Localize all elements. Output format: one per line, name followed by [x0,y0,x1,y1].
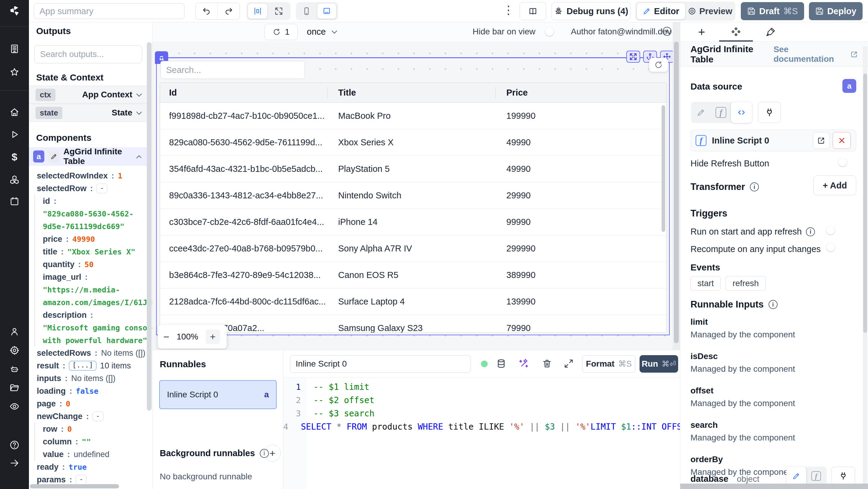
info-icon[interactable]: i [806,227,815,236]
table-search-input[interactable] [160,61,305,79]
debug-runs-button[interactable]: Debug runs (4) [552,2,630,20]
table-vertical-scrollbar[interactable] [661,105,665,232]
template-mode-button[interactable]: f [711,102,731,123]
event-chip[interactable]: start [690,276,721,291]
outputs-vertical-scrollbar[interactable] [147,42,152,410]
output-tree-row[interactable]: loading : false [29,385,148,397]
table-row[interactable]: c303bce7-cb2e-42c6-8fdf-6aa01fc4e4... iP… [160,209,666,236]
schedules-icon[interactable] [9,196,20,207]
table-row[interactable]: 4c83-8022-5e70a07a2... Samsung Galaxy S2… [160,315,666,333]
column-header-id[interactable]: Id [160,87,327,99]
redo-button[interactable] [218,3,240,19]
connect-mode-button[interactable] [758,102,781,123]
collapse-rail-icon[interactable] [9,458,20,468]
fullwidth-layout-button[interactable] [269,4,288,19]
draft-button[interactable]: Draft ⌘S [741,2,804,20]
output-tree-row[interactable]: title : "Xbox Series X" [34,245,148,258]
windmill-logo-icon[interactable] [8,5,21,17]
run-button[interactable]: Run ⌘⏎ [640,355,678,373]
static-mode-button[interactable] [691,102,711,123]
refresh-count-button[interactable]: 1 [265,24,298,40]
centered-layout-button[interactable] [248,4,267,19]
variables-icon[interactable]: $ [12,151,18,163]
add-transformer-button[interactable]: + Add [813,176,856,195]
workers-icon[interactable] [9,364,20,374]
output-tree-row[interactable]: quantity : 50 [34,258,148,271]
table-row[interactable]: f991898d-cb27-4ac7-b10c-0b9050ce1... Mac… [160,103,666,129]
chevron-up-icon[interactable] [136,155,141,160]
deploy-button[interactable]: Deploy [809,2,863,20]
output-tree-row[interactable]: id : [34,195,148,207]
output-tree-row[interactable]: inputs : No items ([]) [29,372,148,385]
runnable-item-inline-script-0[interactable]: Inline Script 0 a [159,380,277,409]
column-header-title[interactable]: Title [327,87,495,99]
info-icon[interactable]: i [662,27,672,36]
javascript-mode-button[interactable] [731,102,752,123]
zoom-in-button[interactable]: + [206,330,220,344]
settings-horizontal-scrollbar[interactable] [680,484,868,489]
table-row[interactable]: ccee43dc-27e0-40a8-b768-b09579b0... Sony… [160,236,666,262]
folders-icon[interactable] [9,383,20,393]
expand-toggle-box[interactable]: - [93,411,103,421]
expand-toggle-box[interactable]: [...] [69,361,96,370]
output-tree-row[interactable]: : 9d5e-7611199dc669" [34,220,148,233]
tab-preview[interactable]: Preview [686,3,734,19]
output-tree-row[interactable]: newChange : - [29,410,148,423]
audit-logs-icon[interactable] [9,401,20,411]
schedule-select[interactable]: once [307,27,336,37]
docs-button[interactable] [520,2,546,20]
delete-script-icon[interactable] [542,359,552,369]
search-outputs-input[interactable] [34,45,142,63]
output-tree-row[interactable]: : "https://m.media- [34,283,148,296]
output-tree-row[interactable]: : with powerful hardware" [34,334,148,347]
styling-tab[interactable] [764,25,778,39]
output-tree-row[interactable]: selectedRow : - [29,182,148,195]
database-static-button[interactable] [786,467,806,485]
table-row[interactable]: 89c0a336-1343-4812-ac34-e4bb8e27... Nint… [160,182,666,209]
expand-editor-icon[interactable] [564,359,574,369]
code-lines[interactable]: 1 -- $1 limit 2 -- $2 offset 3 -- $3 sea… [283,380,680,433]
info-icon[interactable]: i [769,300,778,309]
app-summary-input[interactable] [34,3,184,19]
app-canvas[interactable]: a Id Title Price f991898d-cb27-4ac7-b10c… [153,41,673,350]
database-connect-button[interactable] [832,467,855,485]
output-tree-row[interactable]: row : 0 [34,423,148,435]
add-background-runnable-button[interactable]: + [264,445,281,462]
expand-toggle-box[interactable]: - [96,184,107,193]
runs-icon[interactable] [9,129,20,140]
settings-icon[interactable] [9,345,20,356]
ai-assistant-icon[interactable] [519,359,529,369]
output-tree-row[interactable]: ready : true [29,461,148,473]
table-row[interactable]: 354f6afd-43ac-4321-b1bc-0b5e5adcb... Pla… [160,156,666,182]
users-icon[interactable] [9,327,20,337]
resources-icon[interactable] [9,175,20,185]
remove-script-button[interactable] [833,132,851,149]
expand-toggle-box[interactable]: - [76,475,87,484]
script-name-input[interactable] [290,355,471,373]
output-tree-row[interactable]: result : [...] 10 items [29,359,148,372]
output-tree-row[interactable]: page : 0 [29,397,148,410]
table-row[interactable]: 2128adca-7fc6-44bd-800c-dc115df6ac... Su… [160,288,666,315]
event-chip[interactable]: refresh [725,276,766,291]
format-button[interactable]: Format ⌘S [582,355,635,373]
table-row[interactable]: b3e864c8-7fe3-4270-89e9-54c12038... Cano… [160,262,666,288]
output-tree-row[interactable]: : "Microsoft gaming console [34,322,148,334]
expand-component-button[interactable] [626,51,640,63]
component-row-aggrid[interactable]: a AgGrid Infinite Table [29,147,148,166]
state-row[interactable]: state State [29,104,148,122]
zoom-out-button[interactable]: − [163,331,169,343]
settings-tab[interactable] [729,25,743,39]
insert-component-tab[interactable]: + [694,25,709,39]
database-icon[interactable] [496,359,506,369]
undo-button[interactable] [195,3,218,19]
tab-editor[interactable]: Editor [637,3,685,19]
workspace-icon[interactable] [9,44,20,54]
favorites-icon[interactable] [9,67,20,78]
output-tree-row[interactable]: description : [34,309,148,322]
output-tree-row[interactable]: selectedRowIndex : 1 [29,170,148,182]
see-documentation-link[interactable]: See documentation [773,44,858,64]
database-template-button[interactable]: f [806,467,826,485]
table-refresh-button[interactable] [649,58,668,72]
settings-scrollbar-thumb[interactable] [863,73,867,333]
outputs-horizontal-scrollbar[interactable] [30,484,119,488]
